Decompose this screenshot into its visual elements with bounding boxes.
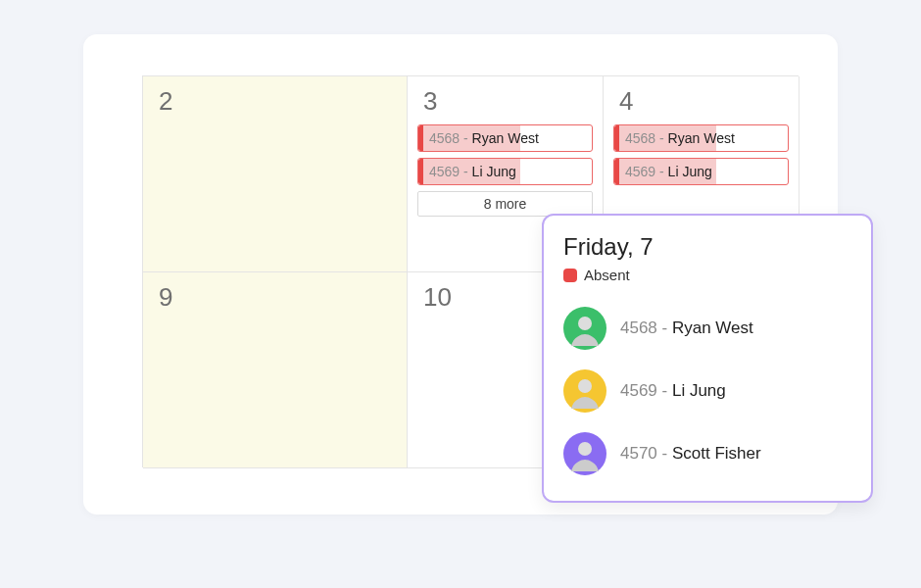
event-id: 4569	[625, 164, 655, 179]
svg-point-1	[578, 317, 592, 330]
absent-event[interactable]: 4569 - Li Jung	[417, 158, 593, 185]
person-id: 4568	[620, 318, 657, 337]
legend-row: Absent	[563, 267, 851, 283]
avatar	[563, 432, 606, 475]
calendar-cell[interactable]: 9	[143, 272, 408, 468]
legend-label: Absent	[584, 267, 630, 283]
event-name: Ryan West	[668, 130, 735, 146]
event-id: 4569	[429, 164, 460, 179]
svg-point-3	[578, 379, 592, 393]
avatar	[563, 369, 606, 413]
absent-event[interactable]: 4568 - Ryan West	[613, 124, 789, 152]
absent-event[interactable]: 4568 - Ryan West	[417, 124, 593, 152]
person-id: 4569	[620, 381, 657, 400]
absent-event[interactable]: 4569 - Li Jung	[613, 158, 789, 185]
person-row[interactable]: 4569 - Li Jung	[563, 360, 851, 422]
day-number: 3	[417, 82, 595, 121]
event-name: Li Jung	[668, 164, 712, 179]
person-row[interactable]: 4570 - Scott Fisher	[563, 422, 851, 485]
avatar	[563, 307, 606, 350]
person-id: 4570	[620, 444, 657, 463]
day-detail-popup: Friday, 7 Absent 4568 - Ryan West 4569 -…	[542, 214, 873, 503]
day-number: 9	[153, 278, 399, 317]
person-name: Ryan West	[672, 318, 753, 337]
calendar-cell[interactable]: 2	[143, 76, 408, 272]
person-row[interactable]: 4568 - Ryan West	[563, 297, 851, 360]
event-list: 4568 - Ryan West 4569 - Li Jung	[613, 124, 791, 185]
person-name: Scott Fisher	[672, 444, 761, 463]
day-number: 4	[613, 82, 791, 121]
event-name: Ryan West	[472, 130, 539, 146]
event-name: Li Jung	[472, 164, 516, 179]
legend-color-absent	[563, 269, 577, 282]
event-list: 4568 - Ryan West 4569 - Li Jung	[417, 124, 595, 217]
event-id: 4568	[625, 130, 655, 146]
event-id: 4568	[429, 130, 460, 146]
day-number: 2	[153, 82, 399, 121]
popup-title: Friday, 7	[563, 233, 851, 261]
person-name: Li Jung	[672, 381, 726, 400]
svg-point-5	[578, 442, 592, 456]
